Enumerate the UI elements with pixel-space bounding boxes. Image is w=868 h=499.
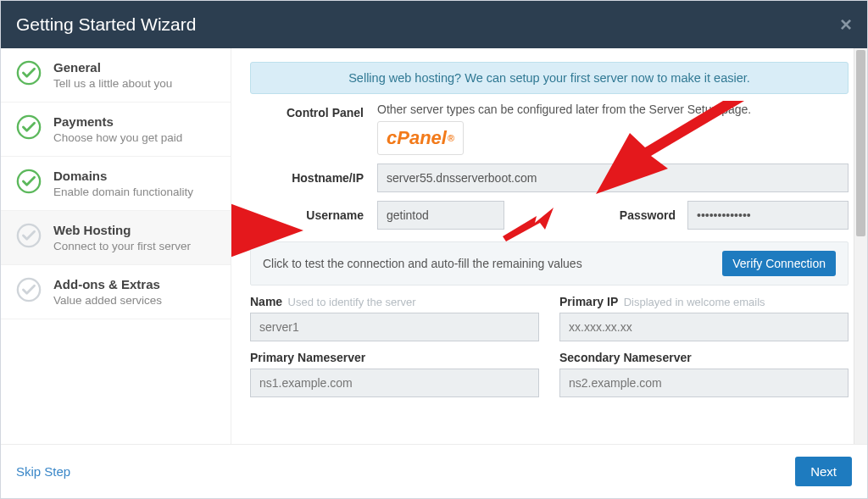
verify-hint: Click to test the connection and auto-fi… xyxy=(263,257,582,270)
ns1-input[interactable] xyxy=(250,369,539,397)
modal-footer: Skip Step Next xyxy=(1,444,867,498)
username-input[interactable] xyxy=(377,201,504,230)
step-sub: Enable domain functionality xyxy=(53,186,215,198)
primaryip-label: Primary IP xyxy=(559,295,618,308)
step-sub: Connect to your first server xyxy=(53,240,215,252)
cpanel-option[interactable]: cPanel® xyxy=(377,121,464,155)
ns2-label: Secondary Nameserver xyxy=(559,351,692,364)
password-input[interactable] xyxy=(687,201,849,230)
step-title: Add-ons & Extras xyxy=(53,277,215,292)
wizard-modal: Getting Started Wizard × General Tell us… xyxy=(0,0,868,499)
server-name-input[interactable] xyxy=(250,313,539,341)
other-servers-hint: Other server types can be configured lat… xyxy=(377,103,849,116)
empty-circle-icon xyxy=(16,277,42,302)
sidebar-step-addons[interactable]: Add-ons & Extras Value added services xyxy=(1,265,231,319)
ns1-label: Primary Nameserver xyxy=(250,351,365,364)
step-sub: Value added services xyxy=(53,294,215,307)
name-label: Name xyxy=(250,295,282,308)
hostname-input[interactable] xyxy=(377,164,849,192)
step-title: Web Hosting xyxy=(53,223,215,238)
empty-circle-icon xyxy=(16,223,42,248)
wizard-content: Selling web hosting? We can setup your f… xyxy=(231,48,867,444)
modal-header: Getting Started Wizard × xyxy=(1,1,867,48)
primaryip-hint: Displayed in welcome emails xyxy=(624,296,765,308)
ns2-input[interactable] xyxy=(559,369,849,397)
sidebar-step-webhosting[interactable]: Web Hosting Connect to your first server xyxy=(1,211,231,265)
password-label: Password xyxy=(620,208,676,222)
sidebar-step-general[interactable]: General Tell us a little about you xyxy=(1,48,231,103)
step-sub: Tell us a little about you xyxy=(53,77,215,90)
check-circle-icon xyxy=(16,114,42,140)
sidebar-step-domains[interactable]: Domains Enable domain functionality xyxy=(1,157,231,211)
primary-ip-input[interactable] xyxy=(559,313,849,341)
step-sub: Choose how you get paid xyxy=(53,131,215,144)
close-icon[interactable]: × xyxy=(840,13,852,36)
info-banner: Selling web hosting? We can setup your f… xyxy=(250,62,849,94)
scrollbar[interactable] xyxy=(854,48,867,444)
username-label: Username xyxy=(250,208,377,222)
step-title: Payments xyxy=(53,114,215,130)
sidebar-step-payments[interactable]: Payments Choose how you get paid xyxy=(1,103,231,157)
wizard-sidebar: General Tell us a little about you Payme… xyxy=(1,48,231,444)
cpanel-logo-icon: cPanel xyxy=(387,127,447,149)
check-circle-icon xyxy=(16,169,42,194)
name-hint: Used to identify the server xyxy=(288,296,416,308)
modal-title: Getting Started Wizard xyxy=(16,14,196,35)
next-button[interactable]: Next xyxy=(795,457,852,486)
verify-connection-button[interactable]: Verify Connection xyxy=(722,251,836,276)
hostname-label: Hostname/IP xyxy=(250,171,377,185)
scrollbar-thumb[interactable] xyxy=(856,50,865,236)
check-circle-icon xyxy=(16,60,42,86)
skip-step-link[interactable]: Skip Step xyxy=(16,464,70,479)
step-title: Domains xyxy=(53,169,215,184)
control-panel-label: Control Panel xyxy=(250,103,377,119)
modal-body: General Tell us a little about you Payme… xyxy=(1,48,867,444)
step-title: General xyxy=(53,60,215,75)
verify-connection-box: Click to test the connection and auto-fi… xyxy=(250,241,849,286)
